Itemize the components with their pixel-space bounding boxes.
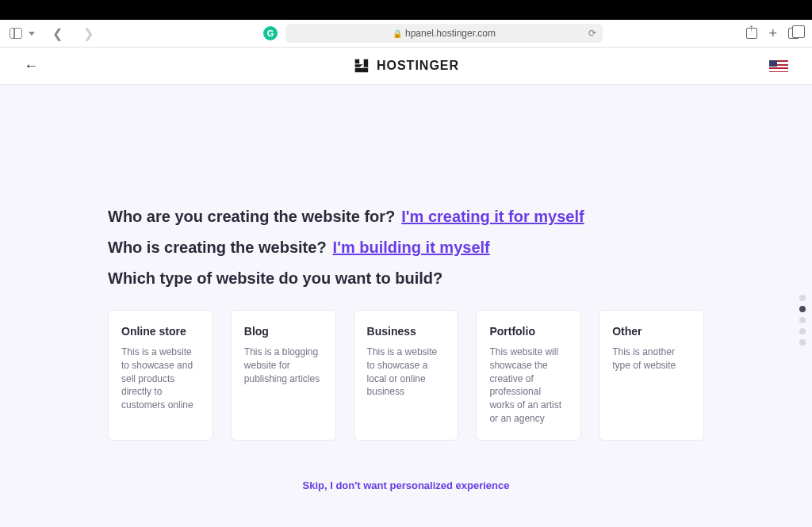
app-header: ← HOSTINGER [0,48,812,85]
card-portfolio[interactable]: Portfolio This website will showcase the… [476,310,581,441]
progress-dot-4 [799,328,806,334]
card-online-store[interactable]: Online store This is a website to showca… [108,310,213,441]
question-1-label: Who are you creating the website for? [108,208,395,226]
card-blog[interactable]: Blog This is a blogging website for publ… [231,310,336,441]
skip-link[interactable]: Skip, I don't want personalized experien… [303,479,510,491]
logo[interactable]: HOSTINGER [353,57,459,74]
back-arrow-button[interactable]: ← [24,58,38,74]
main-content: Who are you creating the website for? I'… [0,85,812,527]
question-row-3: Which type of website do you want to bui… [108,269,704,288]
address-bar[interactable]: 🔒 hpanel.hostinger.com ⟳ [285,24,603,43]
card-desc: This is another type of website [612,346,691,372]
progress-dots [799,295,806,346]
new-tab-icon[interactable]: + [768,25,777,42]
top-black-bar [0,0,812,20]
question-row-1: Who are you creating the website for? I'… [108,208,704,226]
sidebar-toggle-icon[interactable] [10,28,22,39]
card-desc: This website will showcase the creative … [489,346,568,426]
card-title: Portfolio [489,325,568,338]
reload-icon[interactable]: ⟳ [588,28,596,39]
language-flag-us[interactable] [769,60,788,72]
progress-dot-1 [799,295,806,301]
card-desc: This is a website to showcase a local or… [367,346,446,399]
card-business[interactable]: Business This is a website to showcase a… [354,310,459,441]
card-other[interactable]: Other This is another type of website [599,310,704,441]
hostinger-logo-icon [353,57,370,74]
question-3-label: Which type of website do you want to bui… [108,269,442,288]
card-title: Business [367,325,446,338]
question-row-2: Who is creating the website? I'm buildin… [108,239,704,257]
url-text: hpanel.hostinger.com [405,28,496,39]
progress-dot-2 [799,306,806,312]
logo-text: HOSTINGER [377,59,459,73]
progress-dot-5 [799,339,806,346]
chevron-down-icon[interactable] [29,32,35,36]
grammarly-icon[interactable]: G [263,26,278,40]
tabs-icon[interactable] [788,28,799,39]
forward-nav-button[interactable]: ❯ [80,26,97,41]
card-title: Online store [121,325,200,338]
card-desc: This is a blogging website for publishin… [244,346,323,385]
browser-chrome: ❮ ❯ G 🔒 hpanel.hostinger.com ⟳ + [0,20,812,48]
cards-container: Online store This is a website to showca… [108,310,704,441]
back-nav-button[interactable]: ❮ [49,26,66,41]
question-2-label: Who is creating the website? [108,239,327,257]
card-title: Blog [244,325,323,338]
progress-dot-3 [799,317,806,323]
lock-icon: 🔒 [393,29,402,38]
share-icon[interactable] [746,28,757,39]
card-title: Other [612,325,691,338]
question-2-answer-link[interactable]: I'm building it myself [333,239,490,257]
card-desc: This is a website to showcase and sell p… [121,346,200,412]
question-1-answer-link[interactable]: I'm creating it for myself [401,208,584,226]
